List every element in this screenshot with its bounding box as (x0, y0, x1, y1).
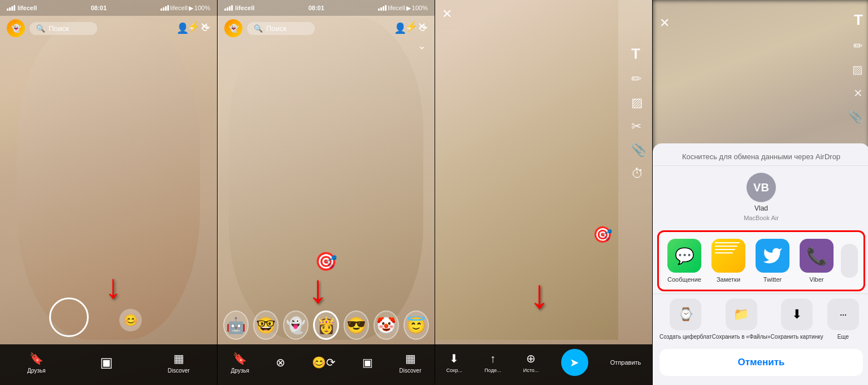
twitter-app-icon (756, 239, 789, 273)
search-bar-2[interactable]: 🔍 Поиск (247, 22, 315, 35)
text-tool[interactable]: T (631, 45, 646, 63)
notes-app-label: Заметки (717, 276, 740, 283)
share-pencil-tool[interactable]: ✏ (853, 39, 863, 53)
filter-item-4[interactable]: 😎 (344, 310, 369, 340)
airdrop-person[interactable]: VB Vlad MacBook Air (653, 166, 868, 228)
share-sticker-tool[interactable]: ▨ (852, 63, 863, 76)
paperclip-tool[interactable]: 📎 (631, 143, 646, 158)
airdrop-avatar: VB (747, 173, 776, 202)
viber-app-icon: 📞 (800, 239, 834, 273)
messages-app-icon: 💬 (667, 239, 701, 273)
nav-emoji-2[interactable]: 😊⟳ (312, 356, 336, 369)
flash-icon-1[interactable]: ⚡✕ (188, 20, 209, 33)
battery-2: lifecell ▶ 100% (378, 5, 428, 12)
avatar-2[interactable]: 👻 (224, 19, 242, 37)
app-viber[interactable]: 📞 Viber (797, 239, 836, 283)
panel-1: lifecell 08:01 lifecell ▶ 100% 👻 🔍 Поиск… (0, 0, 217, 385)
search-bar-1[interactable]: 🔍 Поиск (29, 22, 97, 35)
share-top-left: ✕ (659, 16, 670, 30)
share-icon-3: ↑ (490, 352, 496, 365)
airdrop-device: MacBook Air (744, 215, 779, 221)
carrier-left-2: lifecell (224, 5, 254, 11)
right-toolbar: T ✏ ▨ ✂ 📎 ⏱ (631, 45, 646, 181)
twitter-app-label: Twitter (763, 276, 782, 283)
nav-friends-1[interactable]: 🔖 Друзья (27, 352, 45, 374)
send-label-3: Отправить (610, 359, 641, 366)
share-top-right: T ✏ ▨ ✕ 📎 (849, 11, 863, 124)
nav-close-2[interactable]: ⊗ (276, 356, 285, 369)
bottom-nav-1: 🔖 Друзья ▣ ▦ Discover (0, 344, 217, 385)
filter-item-0[interactable]: 🤖 (223, 310, 249, 340)
top-bar-1: 👻 🔍 Поиск 👤+ ⟳ (0, 16, 217, 41)
nav-save-3[interactable]: ⬇ Сохр... (446, 352, 462, 373)
active-filter-sticker: 🎯 (315, 251, 337, 272)
action-saveimage[interactable]: ⬇ Сохранить картинку (771, 299, 823, 340)
more-label: Еще (837, 334, 849, 340)
share-close-icon[interactable]: ✕ (659, 16, 670, 30)
app-notes[interactable]: Заметки (709, 239, 748, 283)
savefiles-icon: 📁 (726, 299, 757, 330)
airdrop-header: Коснитесь для обмена данными через AirDr… (653, 143, 868, 166)
friends-icon-1: 🔖 (29, 352, 44, 365)
more-icon: ··· (827, 299, 859, 330)
action-more[interactable]: ··· Еще (823, 299, 863, 340)
cancel-button[interactable]: Отменить (659, 349, 863, 376)
snap-sticker-3: 🎯 (593, 225, 613, 244)
action-watchface[interactable]: ⌚ Создать циферблат (659, 299, 711, 340)
capture-button-1[interactable] (49, 298, 89, 337)
watchface-icon: ⌚ (670, 299, 701, 330)
apps-row-highlighted: 💬 Сообщение Заметки (657, 230, 865, 291)
nav-discover-1[interactable]: ▦ Discover (168, 352, 190, 374)
apps-row: 💬 Сообщение Заметки (661, 234, 861, 287)
nav-friends-2[interactable]: 🔖 Друзья (231, 352, 249, 374)
face-overlay-3 (435, 0, 618, 340)
share-scissors-tool[interactable]: ✕ (853, 86, 863, 100)
filter-item-3[interactable]: 👸 (313, 310, 338, 340)
scissors-tool[interactable]: ✂ (631, 119, 646, 134)
share-text-tool[interactable]: T (854, 11, 863, 29)
nav-stories-1[interactable]: ▣ (100, 355, 113, 370)
sticker-tool[interactable]: ▨ (631, 95, 646, 110)
nav-history-3[interactable]: ⊕ Исто... (523, 352, 539, 373)
action-savefiles[interactable]: 📁 Сохранить в «Файлы» (712, 299, 770, 340)
share-paperclip-tool[interactable]: 📎 (849, 110, 863, 124)
filter-item-6[interactable]: 😇 (403, 310, 429, 340)
panel-4: ✕ T ✏ ▨ ✕ 📎 Коснитесь для обмена данными… (653, 0, 868, 385)
discover-icon-1: ▦ (173, 352, 184, 365)
top-bar-2: 👻 🔍 Поиск 👤+ ⟳ (218, 16, 435, 41)
send-button-3[interactable]: ➤ (561, 349, 588, 376)
discover-icon-2: ▦ (405, 352, 416, 365)
app-messages[interactable]: 💬 Сообщение (665, 239, 704, 283)
pencil-tool[interactable]: ✏ (631, 72, 646, 86)
notes-app-icon (711, 239, 745, 273)
app-twitter[interactable]: Twitter (753, 239, 792, 283)
filter-item-2[interactable]: 👻 (283, 310, 309, 340)
face-overlay-1 (17, 17, 200, 340)
stories-icon-1: ▣ (100, 355, 113, 370)
filter-item-5[interactable]: 🤡 (374, 310, 399, 340)
filter-row: 🤖 🤓 👻 👸 😎 🤡 😇 (218, 310, 435, 340)
stories-icon-2: ▣ (362, 356, 373, 369)
filter-item-1[interactable]: 🤓 (253, 310, 279, 340)
emoji-filter-btn-1[interactable]: 😊 (119, 309, 142, 331)
carrier-left-1: lifecell (7, 5, 37, 11)
app-more-5[interactable] (841, 244, 858, 278)
status-bar-1: lifecell 08:01 lifecell ▶ 100% (0, 0, 217, 16)
panel-3: ✕ T ✏ ▨ ✂ 📎 ⏱ 🎯 ↓ ⬇ Сохр... ↑ Поде... ⊕ … (435, 0, 652, 385)
history-icon-3: ⊕ (526, 352, 536, 365)
avatar-1[interactable]: 👻 (7, 19, 25, 37)
save-icon-3: ⬇ (449, 352, 459, 365)
nav-stories-2[interactable]: ▣ (362, 356, 373, 369)
panel-2: lifecell 08:01 lifecell ▶ 100% 👻 🔍 Поиск… (218, 0, 435, 385)
nav-share-3[interactable]: ↑ Поде... (484, 352, 501, 373)
bottom-nav-2: 🔖 Друзья ⊗ 😊⟳ ▣ ▦ Discover (218, 344, 435, 385)
face-overlay-2 (229, 17, 423, 340)
flash-icon-2[interactable]: ⚡✕ (405, 20, 426, 33)
saveimage-icon: ⬇ (781, 299, 813, 330)
viber-app-label: Viber (809, 276, 823, 283)
close-button-3[interactable]: ✕ (442, 7, 452, 21)
nav-discover-2[interactable]: ▦ Discover (400, 352, 422, 374)
timer-tool[interactable]: ⏱ (631, 167, 646, 181)
saveimage-label: Сохранить картинку (771, 334, 823, 340)
chevron-down-2[interactable]: ⌄ (418, 40, 426, 52)
